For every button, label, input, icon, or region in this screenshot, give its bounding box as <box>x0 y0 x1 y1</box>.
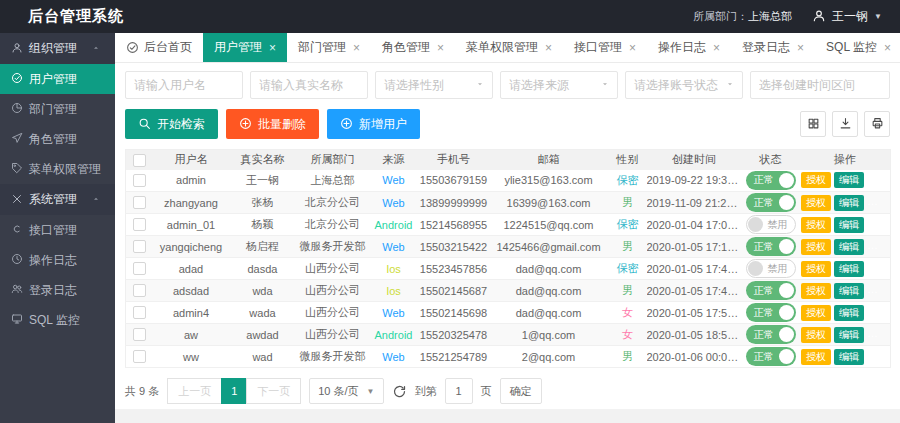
prev-page-button[interactable]: 上一页 <box>167 378 222 404</box>
sidebar-item[interactable]: 登录日志 <box>0 275 115 305</box>
source-filter[interactable]: 请选择来源 <box>500 71 618 99</box>
page-size-select[interactable]: 10 条/页 ▼ <box>309 378 383 404</box>
row-checkbox[interactable] <box>133 328 146 341</box>
tab-close-icon[interactable]: × <box>797 42 804 54</box>
status-toggle[interactable]: 正常 <box>746 303 796 322</box>
cell-username: yangqicheng <box>154 236 229 258</box>
batch-delete-label: 批量删除 <box>258 116 306 133</box>
gender-filter[interactable]: 请选择性别 <box>375 71 493 99</box>
cell-created: 2020-01-05 17:13:24 <box>647 236 742 258</box>
status-toggle[interactable]: 正常 <box>746 171 796 190</box>
tab-close-icon[interactable]: × <box>353 42 360 54</box>
row-checkbox[interactable] <box>133 262 146 275</box>
tab-close-icon[interactable]: × <box>884 42 891 54</box>
auth-button[interactable]: 授权 <box>801 261 831 277</box>
search-button[interactable]: 开始检索 <box>125 109 218 139</box>
cell-phone: 15214568955 <box>419 214 489 236</box>
auth-button[interactable]: 授权 <box>801 327 831 343</box>
add-user-button[interactable]: 新增用户 <box>327 109 420 139</box>
sidebar-group[interactable]: 组织管理 <box>0 33 115 64</box>
tab-close-icon[interactable]: × <box>269 42 276 54</box>
edit-button[interactable]: 编辑 <box>834 283 864 299</box>
tab-item[interactable]: 后台首页 <box>115 33 203 62</box>
next-page-button[interactable]: 下一页 <box>246 378 301 404</box>
sidebar-item[interactable]: 操作日志 <box>0 245 115 275</box>
tab-item[interactable]: 登录日志× <box>731 33 815 62</box>
cell-created: 2020-01-05 17:44:01 <box>647 258 742 280</box>
edit-button[interactable]: 编辑 <box>834 261 864 277</box>
user-caret-down-icon: ▼ <box>874 12 882 21</box>
edit-button[interactable]: 编辑 <box>834 239 864 255</box>
tab-item[interactable]: 菜单权限管理× <box>455 33 563 62</box>
status-toggle[interactable]: 禁用 <box>746 215 796 234</box>
select-all-checkbox[interactable] <box>133 154 146 167</box>
edit-button[interactable]: 编辑 <box>834 195 864 211</box>
sidebar-item[interactable]: 菜单权限管理 <box>0 154 115 184</box>
goto-page-input[interactable] <box>445 378 473 404</box>
status-toggle[interactable]: 正常 <box>746 237 796 256</box>
tab-label: 登录日志 <box>742 39 790 56</box>
row-checkbox[interactable] <box>133 284 146 297</box>
auth-button[interactable]: 授权 <box>801 305 831 321</box>
tab-close-icon[interactable]: × <box>629 42 636 54</box>
auth-button[interactable]: 授权 <box>801 217 831 233</box>
batch-delete-button[interactable]: 批量删除 <box>226 109 319 139</box>
goto-confirm-button[interactable]: 确定 <box>500 378 542 404</box>
status-toggle[interactable]: 正常 <box>746 193 796 212</box>
columns-button[interactable] <box>800 111 826 137</box>
refresh-button[interactable] <box>392 384 407 399</box>
sidebar-item[interactable]: 接口管理 <box>0 215 115 245</box>
row-checkbox[interactable] <box>133 218 146 231</box>
tab-close-icon[interactable]: × <box>713 42 720 54</box>
tab-close-icon[interactable]: × <box>437 42 444 54</box>
source-badge: Web <box>382 351 404 363</box>
edit-button[interactable]: 编辑 <box>834 217 864 233</box>
status-toggle-label: 正常 <box>754 284 774 298</box>
status-toggle[interactable]: 正常 <box>746 281 796 300</box>
status-toggle[interactable]: 禁用 <box>746 259 796 278</box>
filter-row: 请选择性别请选择来源请选择账号状态 <box>125 71 890 99</box>
row-checkbox[interactable] <box>133 350 146 363</box>
tab-close-icon[interactable]: × <box>545 42 552 54</box>
tab-item[interactable]: 角色管理× <box>371 33 455 62</box>
tab-active[interactable]: 用户管理× <box>203 33 287 62</box>
auth-button[interactable]: 授权 <box>801 172 831 188</box>
user-menu[interactable]: 王一钢 ▼ <box>812 8 882 25</box>
sidebar-item[interactable]: 部门管理 <box>0 94 115 124</box>
caret-up-icon <box>92 195 100 204</box>
sidebar-item[interactable]: 用户管理 <box>0 64 115 94</box>
auth-button[interactable]: 授权 <box>801 239 831 255</box>
auth-button[interactable]: 授权 <box>801 283 831 299</box>
row-checkbox[interactable] <box>133 196 146 209</box>
tab-item[interactable]: SQL 监控× <box>815 33 900 62</box>
edit-button[interactable]: 编辑 <box>834 327 864 343</box>
edit-button[interactable]: 编辑 <box>834 305 864 321</box>
sidebar-item[interactable]: 角色管理 <box>0 124 115 154</box>
gender-badge: 保密 <box>617 262 639 274</box>
username-filter[interactable] <box>125 71 243 99</box>
page-number-button[interactable]: 1 <box>221 378 247 404</box>
tab-item[interactable]: 接口管理× <box>563 33 647 62</box>
auth-button[interactable]: 授权 <box>801 349 831 365</box>
created-range-filter[interactable] <box>750 71 890 99</box>
status-toggle[interactable]: 正常 <box>746 325 796 344</box>
current-username: 王一钢 <box>832 8 868 25</box>
account-status-filter[interactable]: 请选择账号状态 <box>625 71 743 99</box>
sidebar-item[interactable]: SQL 监控 <box>0 305 115 335</box>
sidebar-group[interactable]: 系统管理 <box>0 184 115 215</box>
export-button[interactable] <box>832 111 858 137</box>
row-checkbox[interactable] <box>133 174 146 187</box>
edit-button[interactable]: 编辑 <box>834 349 864 365</box>
auth-button[interactable]: 授权 <box>801 195 831 211</box>
realname-filter[interactable] <box>250 71 368 99</box>
print-button[interactable] <box>864 111 890 137</box>
cell-created: 2020-01-05 17:50:37 <box>647 302 742 324</box>
edit-button[interactable]: 编辑 <box>834 172 864 188</box>
total-count: 共 9 条 <box>125 384 159 399</box>
clock-icon <box>11 253 23 267</box>
status-toggle[interactable]: 正常 <box>746 347 796 366</box>
row-checkbox[interactable] <box>133 306 146 319</box>
tab-item[interactable]: 操作日志× <box>647 33 731 62</box>
row-checkbox[interactable] <box>133 240 146 253</box>
tab-item[interactable]: 部门管理× <box>287 33 371 62</box>
